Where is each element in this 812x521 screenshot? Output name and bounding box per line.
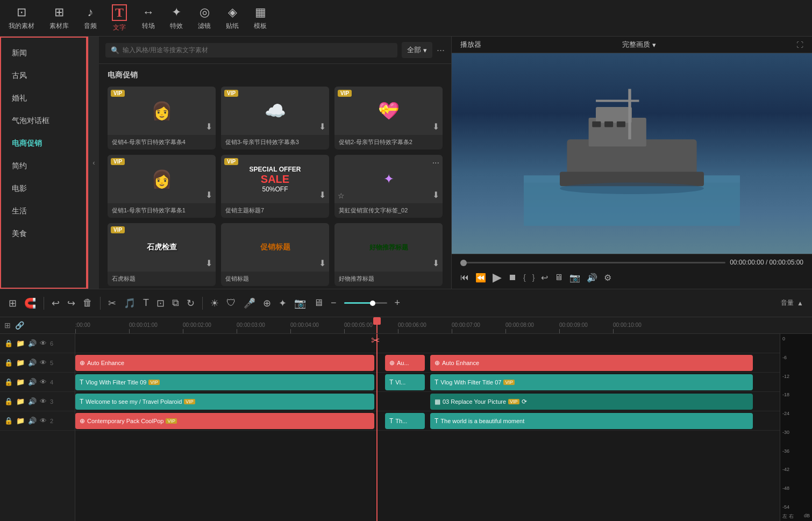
shield-button[interactable]: 🛡	[226, 297, 236, 309]
clip-auto-enhance-1[interactable]: ⊕ Auto Enhance	[75, 355, 374, 371]
download-icon[interactable]: ⬇	[319, 258, 326, 268]
download-icon[interactable]: ⬇	[205, 258, 212, 268]
zoom-track[interactable]	[344, 302, 387, 304]
fullscreen-icon[interactable]: ⛶	[796, 41, 803, 49]
download-icon[interactable]: ⬇	[432, 258, 439, 268]
sidebar-item-news[interactable]: 新闻	[1, 42, 86, 65]
sidebar-item-life[interactable]: 生活	[1, 200, 86, 223]
camera-button[interactable]: 📷	[569, 273, 580, 283]
clip-travel-polaroid[interactable]: T Welcome to see my / Travel Polaroid VI…	[75, 394, 374, 410]
folder-icon[interactable]: 📁	[16, 397, 25, 405]
lock-icon[interactable]: 🔒	[4, 378, 13, 386]
play-button[interactable]: ▶	[493, 270, 502, 284]
undo-button[interactable]: ↩	[52, 297, 60, 309]
more-options-button[interactable]: ···	[437, 45, 445, 56]
sidebar-item-simple[interactable]: 简约	[1, 155, 86, 177]
eye-icon[interactable]: 👁	[40, 378, 47, 386]
sidebar-item-bubble[interactable]: 气泡对话框	[1, 110, 86, 132]
media-card-5[interactable]: VIP SPECIAL OFFER SALE 50%OFF ⬇ 促销主题标题7	[221, 155, 329, 218]
folder-icon[interactable]: 📁	[16, 378, 25, 386]
sidebar-item-beauty[interactable]: 美食	[1, 223, 86, 245]
folder-icon[interactable]: 📁	[16, 359, 25, 367]
clip-vlog-small[interactable]: T Vl...	[385, 374, 425, 390]
camera2-button[interactable]: 📷	[294, 297, 306, 309]
search-input[interactable]	[123, 46, 392, 54]
add-track-button[interactable]: ⊞	[4, 321, 11, 330]
toolbar-filter[interactable]: ◎ 滤镜	[198, 5, 211, 31]
progress-track[interactable]	[460, 262, 725, 263]
media-card-4[interactable]: VIP 👩 ⬇ 促销1-母亲节日特效字幕条1	[108, 155, 216, 218]
toolbar-text[interactable]: T 文字	[112, 4, 127, 32]
settings-icon[interactable]: ⚙	[604, 273, 611, 283]
sidebar-item-film[interactable]: 电影	[1, 177, 86, 200]
clip-coolpop[interactable]: ⊕ Contemporary Pack CoolPop VIP	[75, 413, 374, 429]
target-button[interactable]: ⊕	[263, 297, 271, 309]
toolbar-transition[interactable]: ↔ 转场	[142, 5, 155, 31]
media-card-3[interactable]: VIP 💝 ⬇ 促销2-母亲节日特效字幕条2	[334, 87, 443, 149]
media-card-9[interactable]: 好物推荐标题 ⬇ 好物推荐标题	[334, 223, 443, 286]
clip-vlog-title-07[interactable]: T Vlog With Filter Title 07 VIP	[430, 374, 753, 390]
plus-zoom-button[interactable]: +	[395, 297, 401, 309]
monitor-button[interactable]: 🖥	[554, 273, 563, 282]
media-card-7[interactable]: VIP 石虎检查 ⬇ 石虎标题	[108, 223, 216, 286]
clip-beautiful-moment[interactable]: T The world is a beautiful moment	[430, 413, 753, 429]
toolbar-effects[interactable]: ✦ 特效	[170, 5, 183, 31]
filter-dropdown[interactable]: 全部 ▾	[402, 42, 432, 58]
clip-replace-picture[interactable]: ▦ 03 Replace Your Picture VIP ⟳	[430, 394, 753, 410]
magnet-button[interactable]: 🧲	[24, 297, 36, 309]
sidebar-item-wedding[interactable]: 婚礼	[1, 87, 86, 110]
media-card-8[interactable]: 促销标题 ⬇ 促销标题	[221, 223, 329, 286]
lock-icon[interactable]: 🔒	[4, 397, 13, 405]
redo-button[interactable]: ↪	[67, 297, 75, 309]
audio-icon[interactable]: 🔊	[28, 417, 37, 425]
media-card-6[interactable]: ··· ✦ ☆ ⬇ 莫虹促销宣传文字标签_02	[334, 155, 443, 218]
screen-button[interactable]: 🖥	[314, 297, 323, 309]
flame-button[interactable]: ✦	[279, 297, 287, 309]
toolbar-my-assets[interactable]: ⊡ 我的素材	[9, 5, 34, 31]
mic-button[interactable]: 🎤	[244, 297, 255, 309]
clip-vlog-title-09[interactable]: T Vlog With Filter Title 09 VIP	[75, 374, 374, 390]
audio-icon[interactable]: 🔊	[28, 397, 37, 405]
clip-auto-enhance-3[interactable]: ⊕ Auto Enhance	[430, 355, 753, 371]
media-card-1[interactable]: VIP 👩 ⬇ 促销4-母亲节日特效字幕条4	[108, 87, 216, 149]
refresh-button[interactable]: ↻	[187, 297, 195, 309]
sidebar-item-ecommerce[interactable]: 电商促销	[1, 132, 86, 155]
sun-button[interactable]: ☀	[210, 297, 219, 309]
layout-button[interactable]: ⊞	[9, 297, 17, 309]
lock-icon[interactable]: 🔒	[4, 359, 13, 367]
download-icon[interactable]: ⬇	[432, 190, 439, 200]
more-icon[interactable]: ···	[432, 158, 439, 168]
lock-icon[interactable]: 🔒	[4, 339, 13, 347]
toolbar-assets[interactable]: ⊞ 素材库	[49, 5, 69, 31]
frame-back-button[interactable]: ⏪	[475, 273, 486, 283]
clip-auto-enhance-2[interactable]: ⊕ Au...	[385, 355, 425, 371]
toolbar-audio[interactable]: ♪ 音频	[84, 5, 97, 31]
eye-icon[interactable]: 👁	[40, 397, 47, 405]
audio-extract-button[interactable]: 🎵	[124, 297, 136, 309]
eye-icon[interactable]: 👁	[40, 417, 47, 425]
stop-button[interactable]: ⏹	[508, 273, 517, 282]
delete-button[interactable]: 🗑	[83, 297, 92, 309]
folder-icon[interactable]: 📁	[16, 339, 25, 347]
volume-button[interactable]: 🔊	[587, 273, 597, 283]
folder-icon[interactable]: 📁	[16, 417, 25, 425]
clip-th-small[interactable]: T Th...	[385, 413, 425, 429]
quality-selector[interactable]: 完整画质 ▾	[622, 40, 656, 49]
eye-icon[interactable]: 👁	[40, 339, 47, 347]
text-edit-button[interactable]: T	[143, 297, 149, 309]
loop-button[interactable]: ↩	[541, 273, 548, 283]
step-back-button[interactable]: ⏮	[460, 273, 469, 282]
toolbar-template[interactable]: ▦ 模板	[254, 5, 267, 31]
sidebar-collapse-button[interactable]: ‹	[88, 37, 99, 289]
download-icon[interactable]: ⬇	[319, 122, 326, 132]
sidebar-item-ancient[interactable]: 古风	[1, 65, 86, 87]
download-icon[interactable]: ⬇	[319, 190, 326, 200]
media-card-2[interactable]: VIP ☁️ ⬇ 促销3-母亲节日特效字幕条3	[221, 87, 329, 149]
download-icon[interactable]: ⬇	[432, 122, 439, 132]
minus-zoom-button[interactable]: −	[331, 297, 337, 309]
download-icon[interactable]: ⬇	[205, 122, 212, 132]
crop-button[interactable]: ⊡	[156, 297, 165, 309]
audio-icon[interactable]: 🔊	[28, 339, 37, 347]
download-icon[interactable]: ⬇	[205, 190, 212, 200]
cut-button[interactable]: ✂	[108, 297, 116, 309]
